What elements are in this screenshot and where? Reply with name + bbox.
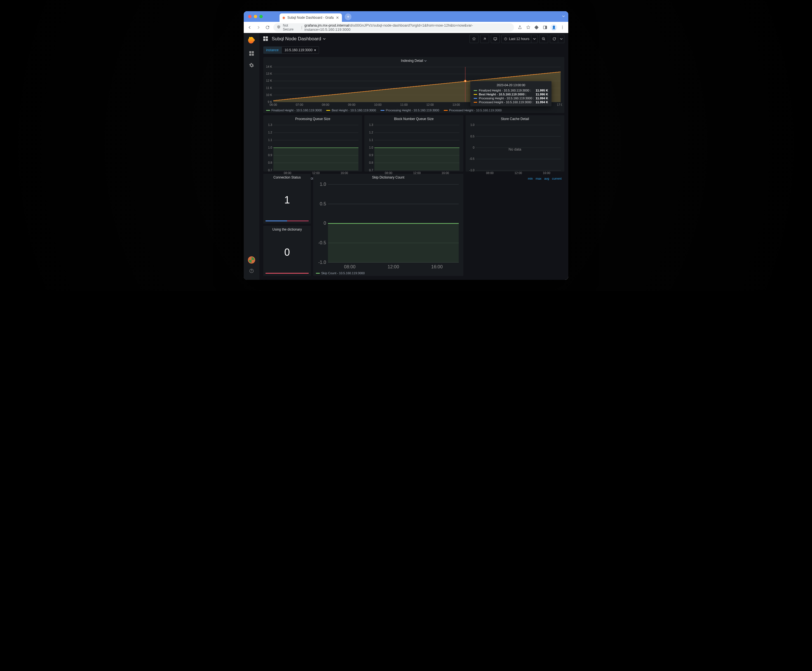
panel-grid: Indexing Detail 9 K10 K11 K12 K13 K14 K0…: [259, 55, 568, 280]
main-content: Subql Node Dashboard Last 12 hours: [259, 33, 568, 280]
svg-text:1.0: 1.0: [369, 146, 373, 149]
grafana-logo-icon[interactable]: [248, 36, 255, 45]
svg-text:12:00: 12:00: [312, 172, 320, 175]
variable-select[interactable]: 10.5.160.119:3000 ▾: [281, 46, 319, 54]
no-data-label: No data: [466, 123, 564, 176]
svg-text:16:00: 16:00: [340, 172, 348, 175]
panel-using-dictionary: Using the dictionary 0: [263, 226, 311, 276]
stat-value: 1: [263, 181, 311, 220]
chevron-down-icon: [424, 60, 427, 62]
svg-text:11 K: 11 K: [266, 86, 272, 90]
profile-avatar[interactable]: 👤: [550, 24, 557, 31]
tv-mode-button[interactable]: [491, 35, 500, 43]
maximize-window-button[interactable]: [259, 15, 263, 18]
grafana-favicon: ◉: [282, 16, 285, 20]
svg-rect-1: [545, 26, 547, 29]
legend-stat[interactable]: current: [552, 177, 562, 180]
svg-point-4: [562, 28, 563, 29]
extensions-icon[interactable]: [534, 24, 540, 31]
panel-title: Using the dictionary: [272, 228, 301, 232]
legend-item[interactable]: Skip Count - 10.5.160.119:3000: [316, 271, 364, 275]
dashboard-title[interactable]: Subql Node Dashboard: [272, 36, 326, 42]
back-button[interactable]: [247, 24, 253, 31]
svg-text:12:00: 12:00: [413, 172, 421, 175]
legend-item[interactable]: Processed Height - 10.5.160.119:3000: [444, 109, 502, 112]
chart-legend: minmaxavgcurrent: [466, 176, 564, 181]
bookmark-star-icon[interactable]: [525, 24, 531, 31]
svg-text:0.9: 0.9: [369, 153, 373, 157]
side-panel-icon[interactable]: [542, 24, 548, 31]
svg-text:1.2: 1.2: [268, 131, 272, 134]
panel-indexing-detail: Indexing Detail 9 K10 K11 K12 K13 K14 K0…: [263, 57, 564, 113]
legend-stat[interactable]: avg: [544, 177, 549, 180]
svg-text:-1.0: -1.0: [318, 259, 326, 264]
stat-value: 0: [263, 233, 311, 272]
tabs-menu-icon[interactable]: [562, 14, 565, 19]
new-tab-button[interactable]: +: [345, 14, 351, 20]
legend-stat[interactable]: min: [528, 177, 533, 180]
svg-text:1.0: 1.0: [320, 182, 326, 187]
minimize-window-button[interactable]: [254, 15, 257, 18]
title-bar: ◉ Subql Node Dashboard - Grafa +: [244, 11, 568, 22]
svg-text:08:00: 08:00: [284, 172, 291, 175]
time-range-picker[interactable]: Last 12 hours: [501, 35, 538, 43]
chart-area[interactable]: 0.70.80.91.01.11.21.308:0012:0016:00: [364, 123, 463, 176]
dashboard-list-icon[interactable]: [263, 36, 268, 41]
chart-legend-indexing: Finalized Height - 10.5.160.119:3000Best…: [263, 107, 564, 113]
chrome-menu-icon[interactable]: [559, 24, 565, 31]
star-dashboard-button[interactable]: [470, 35, 478, 43]
svg-rect-14: [266, 39, 268, 41]
svg-text:1.3: 1.3: [369, 124, 373, 126]
help-icon[interactable]: [248, 267, 255, 274]
zoom-out-button[interactable]: [539, 35, 548, 43]
svg-text:0.9: 0.9: [268, 153, 272, 157]
svg-rect-13: [263, 39, 265, 41]
svg-rect-5: [249, 51, 251, 53]
svg-text:0.7: 0.7: [369, 169, 373, 172]
svg-text:13:00: 13:00: [453, 103, 460, 106]
not-secure-label: Not Secure: [283, 24, 299, 31]
gear-icon[interactable]: [248, 62, 255, 68]
legend-item[interactable]: Processing Height - 10.5.160.119:3000: [381, 109, 439, 112]
svg-rect-11: [263, 36, 265, 38]
svg-point-47: [465, 80, 466, 82]
chart-area[interactable]: -1.0-0.500.51.008:0012:0016:00: [313, 181, 463, 271]
svg-text:12:00: 12:00: [426, 103, 434, 106]
svg-text:1.1: 1.1: [369, 139, 373, 142]
user-avatar[interactable]: [248, 256, 255, 264]
svg-text:14 K: 14 K: [266, 65, 272, 68]
svg-text:12:00: 12:00: [388, 264, 399, 269]
url-field[interactable]: Not Secure | grafana.jm.mx-prod.internal…: [273, 23, 514, 32]
svg-text:0.5: 0.5: [320, 201, 326, 206]
legend-item[interactable]: Best Height - 10.5.160.119:3000: [326, 109, 376, 112]
share-icon[interactable]: [517, 24, 523, 31]
url-host: grafana.jm.mx-prod.internal: [305, 23, 349, 27]
refresh-button[interactable]: [550, 35, 564, 43]
share-dashboard-button[interactable]: [480, 35, 489, 43]
chart-area-indexing[interactable]: 9 K10 K11 K12 K13 K14 K06:0007:0008:0009…: [263, 65, 564, 107]
svg-text:0: 0: [324, 220, 326, 225]
reload-button[interactable]: [264, 24, 271, 31]
legend-stat[interactable]: max: [536, 177, 541, 180]
chart-area[interactable]: 0.70.80.91.01.11.21.308:0012:0016:00: [263, 123, 362, 176]
tab-title: Subql Node Dashboard - Grafa: [288, 16, 334, 20]
svg-text:07:00: 07:00: [296, 103, 303, 106]
chart-area[interactable]: -1.0-0.500.51.008:0012:0016:00 No data: [466, 123, 564, 176]
panel-title: Block Number Queue Size: [394, 117, 433, 121]
dashboards-icon[interactable]: [248, 50, 255, 57]
legend-item[interactable]: Finalized Height - 10.5.160.119:3000: [266, 109, 322, 112]
svg-point-10: [251, 272, 252, 272]
svg-text:16:00: 16:00: [441, 172, 449, 175]
svg-text:08:00: 08:00: [322, 103, 329, 106]
svg-text:09:00: 09:00: [348, 103, 356, 106]
panel-title-indexing[interactable]: Indexing Detail: [263, 57, 564, 65]
close-window-button[interactable]: [248, 15, 252, 18]
svg-text:0.7: 0.7: [268, 169, 272, 172]
close-tab-icon[interactable]: [336, 16, 339, 19]
address-bar: Not Secure | grafana.jm.mx-prod.internal…: [244, 22, 568, 33]
svg-rect-6: [252, 51, 254, 53]
panel-store-cache: Store Cache Detail -1.0-0.500.51.008:001…: [466, 115, 564, 171]
forward-button[interactable]: [255, 24, 262, 31]
svg-point-3: [562, 27, 563, 27]
browser-tab[interactable]: ◉ Subql Node Dashboard - Grafa: [279, 14, 342, 22]
